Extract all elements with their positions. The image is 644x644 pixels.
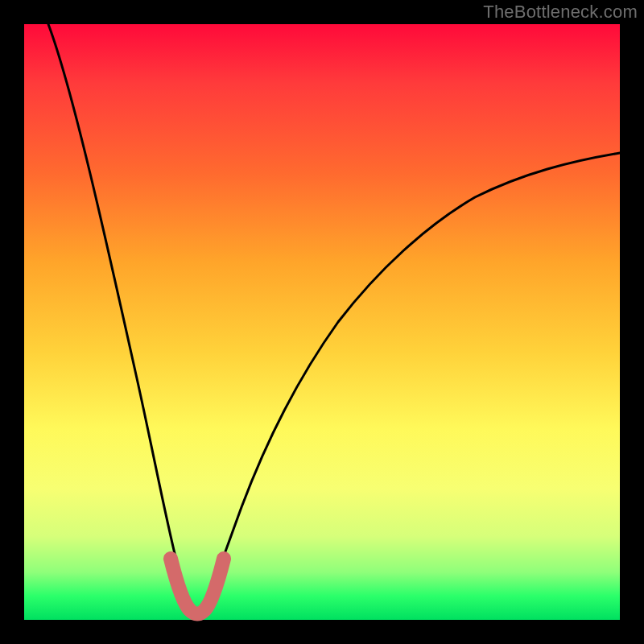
chart-stage: TheBottleneck.com xyxy=(0,0,644,644)
curve-layer xyxy=(24,24,620,620)
watermark-text: TheBottleneck.com xyxy=(483,2,638,23)
bottleneck-curve xyxy=(48,24,620,611)
highlight-V xyxy=(171,559,224,614)
plot-area xyxy=(24,24,620,620)
